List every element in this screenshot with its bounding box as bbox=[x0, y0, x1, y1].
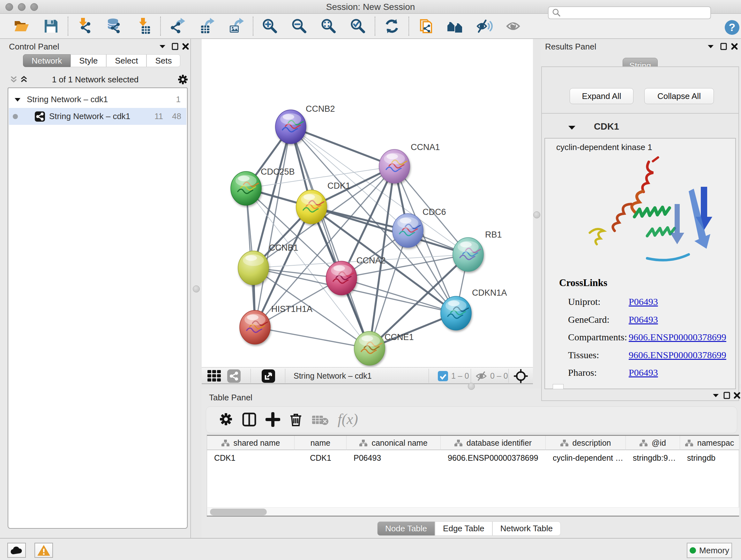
panel-close-icon[interactable] bbox=[182, 43, 190, 52]
selected-checkbox-icon[interactable] bbox=[438, 371, 448, 382]
edge-HIST1H1A-CCNE1[interactable] bbox=[255, 327, 369, 348]
tab-network-table[interactable]: Network Table bbox=[492, 521, 561, 536]
table-row[interactable]: CDK1CDK1P064939606.ENSP00000378699cyclin… bbox=[207, 451, 739, 465]
node-CCNB1[interactable] bbox=[238, 251, 269, 285]
network-view[interactable]: CCNB2 CCNA1 CDC25B CDK1 CDC6 RB1 CCNB1 bbox=[202, 39, 533, 367]
window-close-button[interactable] bbox=[5, 3, 13, 11]
clone-network-icon[interactable] bbox=[417, 18, 434, 35]
memory-button[interactable]: Memory bbox=[687, 543, 732, 558]
left-splitter[interactable] bbox=[191, 39, 202, 538]
show-all-icon[interactable] bbox=[506, 18, 522, 35]
import-database-icon[interactable] bbox=[106, 18, 123, 35]
node-CCNE1[interactable] bbox=[354, 331, 385, 365]
entry-collapse-icon[interactable] bbox=[567, 124, 576, 132]
options-gear-icon[interactable] bbox=[178, 74, 188, 86]
table-gear-icon[interactable] bbox=[219, 412, 233, 428]
share-view-icon[interactable] bbox=[227, 369, 241, 384]
import-network-icon[interactable] bbox=[77, 18, 93, 35]
grid-view-icon[interactable] bbox=[207, 370, 221, 383]
hide-selected-icon[interactable] bbox=[476, 18, 493, 35]
cell-description[interactable]: cyclin-dependent … bbox=[546, 451, 626, 465]
export-network-icon[interactable] bbox=[169, 18, 186, 35]
column-header-@id[interactable]: @id bbox=[626, 436, 680, 450]
edge-CCNB2-CCNE1[interactable] bbox=[291, 127, 369, 348]
edge-CCNB2-HIST1H1A[interactable] bbox=[255, 127, 291, 327]
cell-name[interactable]: CDK1 bbox=[294, 451, 347, 465]
first-neighbors-icon[interactable] bbox=[447, 18, 463, 35]
edge-CCNB2-RB1[interactable] bbox=[291, 127, 468, 254]
warning-button[interactable] bbox=[35, 543, 53, 558]
window-minimize-button[interactable] bbox=[18, 3, 25, 11]
cell-namespac[interactable]: stringdb bbox=[680, 451, 739, 465]
show-columns-icon[interactable] bbox=[242, 412, 257, 428]
tab-sets[interactable]: Sets bbox=[146, 54, 180, 67]
column-header-shared-name[interactable]: shared name bbox=[207, 436, 294, 450]
edge-CCNB2-CCNA1[interactable] bbox=[291, 127, 394, 166]
tab-select[interactable]: Select bbox=[106, 54, 146, 67]
crosslink-value-link[interactable]: P06493 bbox=[629, 296, 658, 307]
node-CCNA1[interactable] bbox=[379, 149, 410, 183]
right-splitter[interactable] bbox=[533, 39, 541, 384]
node-CDKN1A[interactable] bbox=[441, 296, 471, 330]
pan-crosshair-icon[interactable] bbox=[514, 369, 528, 384]
node-CDC6[interactable] bbox=[393, 213, 423, 247]
column-header-namespac[interactable]: namespac bbox=[680, 436, 739, 450]
zoom-selected-icon[interactable] bbox=[350, 18, 366, 35]
column-header-canonical-name[interactable]: canonical name bbox=[347, 436, 441, 450]
crosslink-value-link[interactable]: 9606.ENSP00000378699 bbox=[629, 350, 726, 361]
add-column-icon[interactable] bbox=[266, 412, 280, 428]
birdseye-icon[interactable] bbox=[262, 369, 275, 384]
panel-float-icon[interactable] bbox=[712, 392, 720, 400]
import-table-icon[interactable] bbox=[135, 18, 152, 35]
crosslink-value-link[interactable]: P06493 bbox=[629, 314, 658, 325]
zoom-out-icon[interactable] bbox=[291, 18, 308, 35]
collapse-all-button[interactable]: Collapse All bbox=[644, 88, 714, 104]
export-table-icon[interactable] bbox=[199, 18, 215, 35]
zoom-in-icon[interactable] bbox=[262, 18, 278, 35]
node-CDC25B[interactable] bbox=[231, 172, 261, 205]
panel-maximize-icon[interactable] bbox=[720, 43, 728, 52]
help-icon[interactable]: ? bbox=[724, 19, 740, 37]
node-RB1[interactable] bbox=[453, 238, 483, 271]
window-zoom-button[interactable] bbox=[30, 3, 38, 11]
save-session-icon[interactable] bbox=[43, 18, 59, 35]
cell-shared-name[interactable]: CDK1 bbox=[207, 451, 294, 465]
panel-float-icon[interactable] bbox=[706, 43, 715, 51]
cell-@id[interactable]: stringdb:9… bbox=[626, 451, 680, 465]
expand-all-button[interactable]: Expand All bbox=[569, 88, 633, 104]
delete-column-icon[interactable] bbox=[288, 412, 303, 428]
column-header-description[interactable]: description bbox=[546, 436, 626, 450]
cell-database-identifier[interactable]: 9606.ENSP00000378699 bbox=[441, 451, 546, 465]
tab-style[interactable]: Style bbox=[71, 54, 106, 67]
export-image-icon[interactable] bbox=[228, 18, 245, 35]
crosslink-value-link[interactable]: 9606.ENSP00000378699 bbox=[629, 332, 726, 343]
node-CCNA2[interactable] bbox=[326, 261, 357, 295]
crosslink-value-link[interactable]: P06493 bbox=[629, 367, 658, 378]
panel-maximize-icon[interactable] bbox=[723, 392, 731, 401]
column-header-database-identifier[interactable]: database identifier bbox=[441, 436, 546, 450]
panel-close-icon[interactable] bbox=[731, 43, 738, 52]
panel-close-icon[interactable] bbox=[733, 392, 741, 401]
search-input[interactable] bbox=[561, 8, 711, 18]
delete-table-icon[interactable] bbox=[312, 415, 329, 427]
refresh-icon[interactable] bbox=[384, 18, 400, 35]
network-row[interactable]: String Network – cdk1 11 48 bbox=[9, 108, 186, 125]
search-box[interactable] bbox=[548, 6, 711, 19]
table-hscrollbar[interactable] bbox=[207, 507, 739, 516]
node-HIST1H1A[interactable] bbox=[240, 310, 270, 344]
scrollbar-thumb[interactable] bbox=[210, 509, 267, 515]
panel-float-icon[interactable] bbox=[158, 43, 166, 51]
cell-canonical-name[interactable]: P06493 bbox=[347, 451, 441, 465]
node-CDK1[interactable] bbox=[296, 190, 327, 224]
cloud-button[interactable] bbox=[7, 543, 26, 558]
zoom-fit-icon[interactable] bbox=[320, 18, 337, 35]
function-builder-icon[interactable]: f(x) bbox=[336, 411, 365, 430]
network-collection-row[interactable]: String Network – cdk1 1 bbox=[9, 91, 186, 108]
tab-node-table[interactable]: Node Table bbox=[377, 521, 435, 536]
open-session-icon[interactable] bbox=[13, 18, 30, 35]
node-CCNB2[interactable] bbox=[275, 110, 306, 144]
tab-edge-table[interactable]: Edge Table bbox=[435, 521, 492, 536]
panel-maximize-icon[interactable] bbox=[172, 43, 179, 52]
column-header-name[interactable]: name bbox=[294, 436, 347, 450]
tab-network[interactable]: Network bbox=[23, 54, 71, 67]
